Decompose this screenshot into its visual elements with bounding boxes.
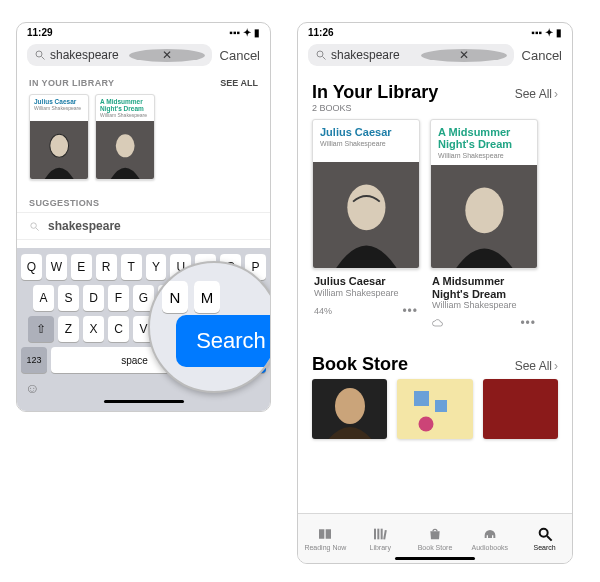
svg-point-5 bbox=[31, 222, 36, 228]
book-cover-title: A Midsummer Night's Dream bbox=[438, 126, 530, 150]
key-y[interactable]: Y bbox=[146, 254, 167, 280]
see-all-link[interactable]: See All› bbox=[515, 87, 558, 101]
svg-point-17 bbox=[335, 388, 365, 424]
key-z[interactable]: Z bbox=[58, 316, 79, 342]
key-s[interactable]: S bbox=[58, 285, 79, 311]
zoom-search-button[interactable]: Search bbox=[176, 315, 271, 367]
book-open-icon bbox=[316, 526, 334, 542]
tab-audiobooks[interactable]: Audiobooks bbox=[462, 514, 517, 563]
svg-rect-21 bbox=[374, 529, 376, 540]
library-book[interactable]: A Midsummer Night's DreamWilliam Shakesp… bbox=[430, 119, 538, 330]
key-w[interactable]: W bbox=[46, 254, 67, 280]
store-section-header: Book Store See All› bbox=[298, 338, 572, 375]
clear-icon[interactable]: ✕ bbox=[421, 49, 507, 62]
search-value: shakespeare bbox=[331, 48, 417, 62]
store-book[interactable] bbox=[483, 379, 558, 439]
book-title: Julius Caesar bbox=[314, 275, 418, 288]
home-indicator[interactable] bbox=[104, 400, 184, 403]
search-value: shakespeare bbox=[50, 48, 125, 62]
status-bar: 11:29 ▪▪▪ ✦ ▮ bbox=[17, 23, 270, 40]
book-progress: 44% bbox=[314, 306, 332, 316]
chevron-right-icon: › bbox=[554, 359, 558, 373]
status-bar: 11:26 ▪▪▪✦▮ bbox=[298, 23, 572, 40]
book-cover-art bbox=[431, 165, 537, 269]
book-cover-author: William Shakespeare bbox=[438, 152, 530, 159]
suggestion-item[interactable]: shakespeare bbox=[17, 212, 270, 239]
svg-rect-24 bbox=[383, 530, 387, 540]
book-cover-author: William Shakespeare bbox=[320, 140, 412, 147]
cloud-icon bbox=[432, 317, 444, 329]
wifi-icon: ✦ bbox=[243, 27, 251, 38]
clear-icon[interactable]: ✕ bbox=[129, 49, 204, 62]
book-author: William Shakespeare bbox=[34, 105, 84, 111]
zoom-callout: NM Search bbox=[148, 261, 271, 393]
battery-icon: ▮ bbox=[254, 27, 260, 38]
library-section-header: IN YOUR LIBRARY SEE ALL bbox=[17, 72, 270, 92]
key-shift[interactable]: ⇧ bbox=[28, 316, 54, 342]
tab-book-store[interactable]: Book Store bbox=[408, 514, 463, 563]
svg-line-1 bbox=[42, 57, 45, 60]
library-books-row: Julius CaesarWilliam Shakespeare A Midsu… bbox=[17, 92, 270, 190]
more-icon[interactable]: ••• bbox=[520, 316, 536, 330]
key-t[interactable]: T bbox=[121, 254, 142, 280]
headphones-icon bbox=[481, 526, 499, 542]
svg-point-0 bbox=[36, 51, 42, 57]
status-icons: ▪▪▪ ✦ ▮ bbox=[229, 27, 260, 38]
book-author: William Shakespeare bbox=[314, 288, 418, 298]
svg-point-16 bbox=[465, 187, 503, 233]
key-e[interactable]: E bbox=[71, 254, 92, 280]
more-icon[interactable]: ••• bbox=[402, 304, 418, 318]
search-icon bbox=[29, 221, 40, 232]
home-indicator[interactable] bbox=[395, 557, 475, 560]
book-cover-art bbox=[313, 162, 419, 268]
svg-line-6 bbox=[36, 227, 39, 230]
key-r[interactable]: R bbox=[96, 254, 117, 280]
search-icon bbox=[34, 49, 46, 61]
key-a[interactable]: A bbox=[33, 285, 54, 311]
cancel-button[interactable]: Cancel bbox=[522, 48, 562, 63]
key-f[interactable]: F bbox=[108, 285, 129, 311]
book-cover-art bbox=[96, 121, 154, 179]
books-icon bbox=[371, 526, 389, 542]
svg-rect-23 bbox=[381, 529, 383, 540]
key-d[interactable]: D bbox=[83, 285, 104, 311]
cancel-button[interactable]: Cancel bbox=[220, 48, 260, 63]
svg-point-13 bbox=[317, 51, 323, 57]
right-phone: 11:26 ▪▪▪✦▮ shakespeare ✕ Cancel In Your… bbox=[297, 22, 573, 564]
svg-rect-19 bbox=[435, 400, 447, 412]
search-field[interactable]: shakespeare ✕ bbox=[27, 44, 212, 66]
library-book[interactable]: A Midsummer Night's DreamWilliam Shakesp… bbox=[95, 94, 155, 180]
see-all-link[interactable]: SEE ALL bbox=[220, 78, 258, 88]
key-numeric[interactable]: 123 bbox=[21, 347, 47, 373]
svg-point-25 bbox=[539, 529, 547, 537]
search-bar: shakespeare ✕ Cancel bbox=[298, 40, 572, 72]
status-time: 11:26 bbox=[308, 27, 334, 38]
suggestions-header: SUGGESTIONS bbox=[17, 190, 270, 212]
book-author: William Shakespeare bbox=[100, 112, 150, 118]
library-book[interactable]: Julius CaesarWilliam Shakespeare Julius … bbox=[312, 119, 420, 330]
library-header-label: IN YOUR LIBRARY bbox=[29, 78, 115, 88]
svg-rect-22 bbox=[378, 529, 380, 540]
search-field[interactable]: shakespeare ✕ bbox=[308, 44, 514, 66]
library-bookshelf: Julius CaesarWilliam Shakespeare Julius … bbox=[298, 113, 572, 338]
library-count: 2 BOOKS bbox=[312, 103, 438, 113]
chevron-right-icon: › bbox=[554, 87, 558, 101]
store-book[interactable] bbox=[312, 379, 387, 439]
svg-line-14 bbox=[323, 57, 326, 60]
tab-reading-now[interactable]: Reading Now bbox=[298, 514, 353, 563]
search-icon bbox=[315, 49, 327, 61]
key-x[interactable]: X bbox=[83, 316, 104, 342]
search-bar: shakespeare ✕ Cancel bbox=[17, 40, 270, 72]
tab-library[interactable]: Library bbox=[353, 514, 408, 563]
key-c[interactable]: C bbox=[108, 316, 129, 342]
store-book[interactable] bbox=[397, 379, 472, 439]
book-title: A Midsummer Night's Dream bbox=[432, 275, 536, 300]
see-all-link[interactable]: See All› bbox=[515, 359, 558, 373]
key-q[interactable]: Q bbox=[21, 254, 42, 280]
svg-point-4 bbox=[116, 134, 135, 157]
library-book[interactable]: Julius CaesarWilliam Shakespeare bbox=[29, 94, 89, 180]
store-header-label: Book Store bbox=[312, 354, 408, 375]
left-phone: 11:29 ▪▪▪ ✦ ▮ shakespeare ✕ Cancel IN YO… bbox=[16, 22, 271, 412]
svg-rect-18 bbox=[414, 391, 429, 406]
tab-search[interactable]: Search bbox=[517, 514, 572, 563]
